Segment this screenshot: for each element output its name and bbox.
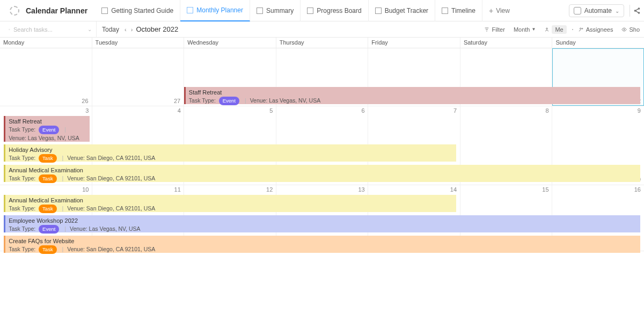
doc-icon [101,8,108,14]
tab-timeline[interactable]: Timeline [435,0,482,21]
venue-label: Venue: [70,225,87,232]
calendar-grid: Monday Tuesday Wednesday Thursday Friday… [0,38,644,251]
tab-summary[interactable]: Summary [250,0,301,21]
automate-button[interactable]: Automate ⌄ [569,4,624,17]
day-header: Sunday [552,38,644,48]
day-cell[interactable]: 27 [92,48,185,106]
search-box[interactable]: ⌄ [0,21,97,38]
event-employee-workshop[interactable]: Employee Workshop 2022 Task Type: Event … [4,215,640,232]
people-icon [579,27,584,32]
current-month-label: October 2022 [136,25,178,33]
separator-dot [572,29,573,30]
event-staff-retreat[interactable]: Staff Retreat Task Type: Event | Venue: … [184,87,640,104]
task-type-pill: Event [219,97,239,105]
show-label: Sho [629,26,640,33]
filter-button[interactable]: Filter [480,26,509,33]
venue-value: Las Vegas, NV, USA [28,135,79,141]
day-number-top: 14 [368,185,460,195]
event-staff-retreat[interactable]: Staff Retreat Task Type: Event | Venue: … [4,116,90,142]
day-number-top: 7 [368,106,460,116]
day-header: Monday [0,38,92,48]
add-view-button[interactable]: +View [482,0,516,21]
day-cell[interactable]: 26 [0,48,92,106]
task-type-pill: Task [39,154,57,163]
task-type-pill: Task [39,245,57,254]
venue-label: Venue: [67,205,85,212]
event-title: Staff Retreat [189,89,637,96]
assignees-filter[interactable]: Assignees [574,26,618,33]
eye-icon [621,27,627,32]
filter-label: Filter [492,26,504,33]
svg-point-7 [624,29,625,30]
timeline-icon [442,8,448,14]
week-row: 3 4 5 6 7 8 9 3 4 5 6 7 8 9 Staff Retrea… [0,106,644,185]
svg-point-3 [9,29,10,30]
venue-label: Venue: [67,155,85,161]
day-number-top: 13 [276,185,368,195]
venue-value: San Diego, CA 92101, USA [86,175,155,181]
meta-separator: | [245,97,246,104]
week-row: 10 11 12 13 14 15 16 Annual Medical Exam… [0,185,644,251]
event-create-faqs[interactable]: Create FAQs for Website Task Type: Task … [4,236,640,253]
svg-point-6 [582,28,583,29]
event-meta: Task Type: Event | Venue: Las Vegas, NV,… [9,225,637,234]
day-number-top: 16 [552,185,644,195]
event-meta: Task Type: Task | Venue: San Diego, CA 9… [9,154,452,163]
plus-icon: + [489,6,493,15]
meta-separator: | [62,205,64,212]
task-type-label: Task Type: [9,246,35,252]
event-annual-medical[interactable]: Annual Medical Examination Task Type: Ta… [4,165,640,182]
task-type-pill: Event [39,225,59,234]
event-holiday-advisory[interactable]: Holiday Advisory Task Type: Task | Venue… [4,144,456,162]
divider [630,5,630,17]
tab-label: Getting Started Guide [111,7,173,14]
event-meta: Task Type: Task | Venue: San Diego, CA 9… [9,245,637,254]
add-view-label: View [496,7,510,14]
automate-icon [574,7,581,14]
search-icon [9,26,10,33]
meta-separator: | [64,225,66,232]
task-type-label: Task Type: [9,225,35,232]
tab-monthly-planner[interactable]: Monthly Planner [180,0,250,21]
tab-budget-tracker[interactable]: Budget Tracker [369,0,435,21]
board-icon [307,8,313,14]
day-number-top: 6 [276,106,368,116]
tabs-bar: Calendar Planner Getting Started Guide M… [0,0,644,21]
task-type-pill: Task [39,174,57,183]
chevron-down-icon[interactable]: ⌄ [87,26,92,32]
next-month-button[interactable]: › [131,26,133,33]
share-icon[interactable] [633,7,641,14]
event-meta: Task Type: Task | Venue: San Diego, CA 9… [9,205,452,213]
venue-value: San Diego, CA 92101, USA [86,205,155,212]
view-mode-dropdown[interactable]: Month▼ [509,26,540,33]
venue-value: San Diego, CA 92101, USA [86,155,155,161]
prev-month-button[interactable]: ‹ [125,26,127,33]
task-type-label: Task Type: [9,205,35,212]
event-annual-medical[interactable]: Annual Medical Examination Task Type: Ta… [4,195,456,212]
task-type-label: Task Type: [189,97,216,104]
day-number-top: 3 [0,106,92,116]
svg-point-0 [638,8,639,9]
day-header: Wednesday [184,38,276,48]
event-title: Holiday Advisory [9,146,452,154]
event-title: Annual Medical Examination [9,196,452,204]
today-button[interactable]: Today [97,26,125,33]
event-meta: Task Type: Event | Venue: Las Vegas, NV,… [9,126,86,142]
tab-getting-started[interactable]: Getting Started Guide [95,0,180,21]
me-filter[interactable]: Me [540,25,570,34]
task-type-pill: Task [39,205,57,213]
tab-progress-board[interactable]: Progress Board [301,0,368,21]
task-type-label: Task Type: [9,155,35,161]
day-number-top: 9 [552,106,644,116]
tab-label: Progress Board [317,7,361,14]
venue-label: Venue: [250,97,268,104]
day-number-top: 11 [92,185,184,195]
event-title: Annual Medical Examination [9,166,637,174]
money-icon [375,8,382,14]
day-header: Saturday [460,38,553,48]
chevron-down-icon: ⌄ [615,8,619,14]
show-button[interactable]: Sho [617,26,644,33]
search-input[interactable] [13,26,87,33]
day-number-top: 10 [0,185,92,195]
event-title: Create FAQs for Website [9,237,637,245]
